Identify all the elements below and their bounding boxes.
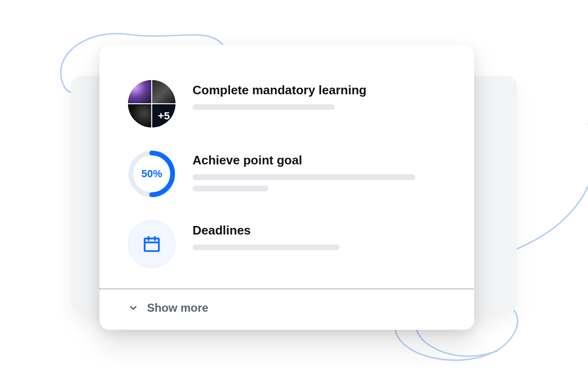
task-title: Deadlines: [193, 223, 446, 238]
placeholder-line: [193, 244, 340, 250]
show-more-button[interactable]: Show more: [100, 290, 474, 330]
svg-rect-2: [145, 238, 159, 251]
task-row-deadlines[interactable]: Deadlines: [128, 209, 446, 279]
chevron-down-icon: [128, 303, 138, 313]
task-card: +5 Complete mandatory learning: [100, 45, 474, 330]
task-row-point-goal[interactable]: 50% Achieve point goal: [128, 139, 446, 209]
progress-ring-label: 50%: [128, 150, 175, 198]
task-title: Complete mandatory learning: [193, 83, 446, 98]
stacked-avatars-icon: +5: [128, 80, 175, 127]
placeholder-line: [193, 174, 415, 180]
placeholder-line: [193, 104, 335, 110]
task-list: +5 Complete mandatory learning: [100, 45, 474, 289]
task-title: Achieve point goal: [193, 153, 446, 168]
show-more-label: Show more: [147, 301, 208, 315]
placeholder-line: [193, 186, 268, 191]
avatar-overflow-badge: +5: [152, 104, 175, 127]
calendar-icon: [128, 220, 175, 268]
progress-ring-icon: 50%: [128, 150, 175, 198]
task-row-mandatory-learning[interactable]: +5 Complete mandatory learning: [128, 69, 446, 139]
